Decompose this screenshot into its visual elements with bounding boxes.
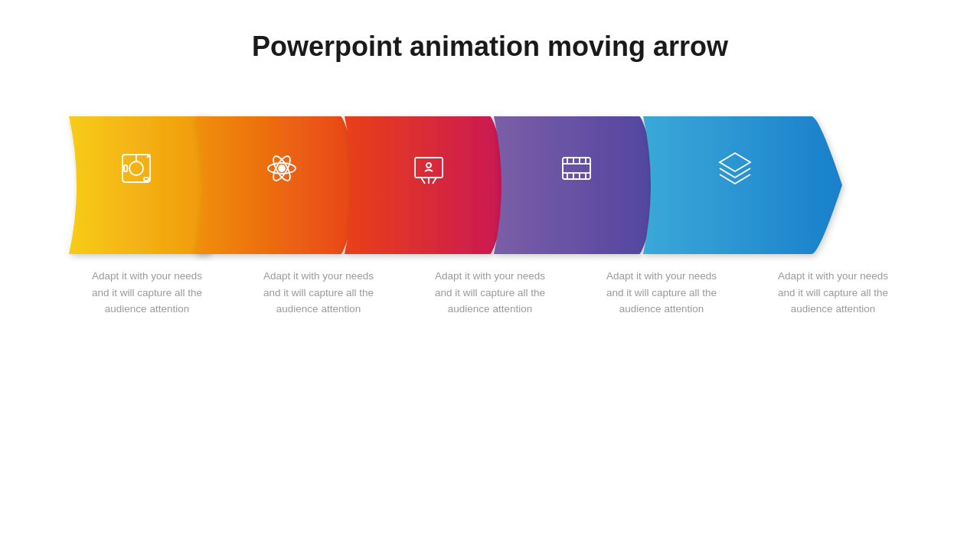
descriptions-row: Adapt it with your needs and it will cap…: [46, 254, 934, 318]
page-title: Powerpoint animation moving arrow: [252, 31, 728, 63]
arrow-3: [345, 116, 513, 254]
desc-1: Adapt it with your needs and it will cap…: [88, 268, 207, 318]
arrow-item-4: Adapt it with your needs and it will cap…: [603, 254, 721, 318]
arrow-4: [494, 116, 662, 254]
desc-5: Adapt it with your needs and it will cap…: [774, 268, 893, 318]
desc-4: Adapt it with your needs and it will cap…: [603, 268, 721, 318]
arrow-item-2: Adapt it with your needs and it will cap…: [260, 254, 378, 318]
arrow-item-1: Adapt it with your needs and it will cap…: [88, 254, 207, 318]
desc-3: Adapt it with your needs and it will cap…: [431, 268, 550, 318]
svg-point-6: [279, 165, 285, 171]
arrows-svg: [46, 109, 934, 262]
arrow-2: [195, 116, 364, 254]
desc-2: Adapt it with your needs and it will cap…: [260, 268, 378, 318]
arrow-item-3: Adapt it with your needs and it will cap…: [431, 254, 550, 318]
arrows-row: [46, 109, 934, 262]
slide: Powerpoint animation moving arrow: [0, 0, 980, 551]
arrow-5: [643, 116, 842, 254]
arrow-item-5: Adapt it with your needs and it will cap…: [774, 254, 893, 318]
